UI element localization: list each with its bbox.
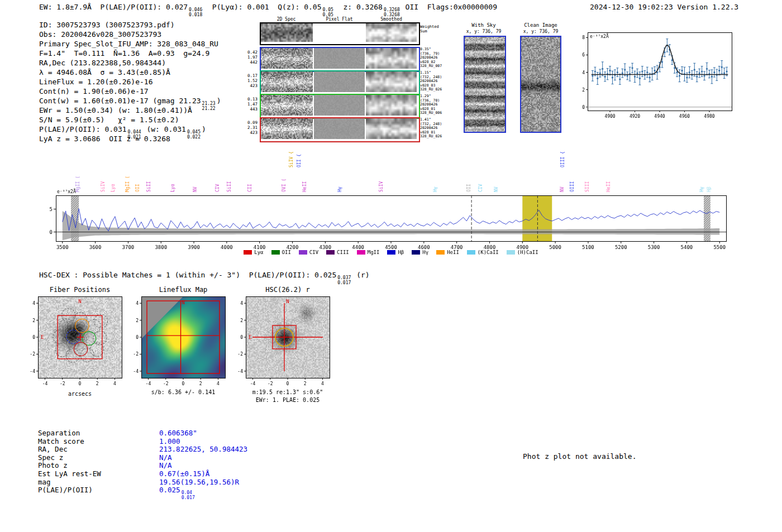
spec2d-smooth-image bbox=[366, 118, 417, 139]
info-line: F=1.4" T=0.111 N̄=1.36 A=0.93 g=24.9 bbox=[39, 49, 221, 58]
meta-value: 328_RU_026 bbox=[420, 88, 449, 92]
stat-value: 0.17 bbox=[242, 73, 258, 78]
spec2d-row-right-meta: 1.29"(736, 70)20200426v028_01328_RU_006 bbox=[420, 94, 449, 116]
text-segment: 0.67(±0.15)Å bbox=[159, 469, 209, 478]
report-timestamp-version: 2024-12-30 19:02:23 Version 1.22.3 bbox=[590, 2, 738, 12]
header-summary-line: EW: 1.8±7.9Å P(LAE)/P(OII): 0.0270.0460.… bbox=[39, 2, 497, 18]
stat-value: 443 bbox=[242, 107, 258, 112]
hsc-caption-morphology: m:19.5 re:1.3" s:0.6" bbox=[237, 389, 338, 395]
stat-value: 0.09 bbox=[242, 120, 258, 125]
stat-value: 442 bbox=[242, 60, 258, 65]
spec2d-row-right-meta: 1.41"(732, 248)20200426v028_01328_RU_026 bbox=[420, 118, 449, 139]
legend-item: (H)CaII bbox=[507, 250, 538, 255]
spec2d-col-header-smoothed: Smoothed bbox=[365, 17, 418, 22]
info-line: S/N = 5.9(±0.5) χ² = 1.5(±0.2) bbox=[39, 115, 221, 124]
stacked-uncertainty: 0.0450.022 bbox=[187, 130, 201, 140]
match-field-label: Photo z bbox=[38, 462, 159, 470]
match-table-row: Match score1.000 bbox=[38, 438, 247, 446]
legend-label: CIII bbox=[337, 250, 349, 255]
text-segment: OII Flags:0x00000009 bbox=[401, 3, 497, 11]
text-segment: N/A bbox=[159, 453, 172, 462]
lineflux-caption: s/b: 6.36 +/- 0.141 bbox=[133, 389, 233, 395]
lineflux-map-plot bbox=[127, 294, 231, 390]
match-field-label: Spec z bbox=[38, 454, 159, 462]
legend-swatch bbox=[244, 250, 252, 255]
legend-swatch bbox=[326, 250, 335, 255]
match-field-value: 1.000 bbox=[159, 437, 180, 445]
match-field-label: Separation bbox=[38, 429, 159, 438]
info-line: EWr = 1.50(±0.34) (w: 1.80(±0.41))Å bbox=[39, 106, 221, 115]
spec2d-col-header-2dspec: 2D Spec bbox=[260, 17, 313, 22]
spec2d-row-left-stats: 0.131.47443 bbox=[242, 97, 258, 112]
text-segment: 0.606368" bbox=[159, 429, 197, 437]
fiber-positions-plot bbox=[23, 294, 127, 390]
text-segment: RA,Dec (213.822388,50.984344) bbox=[39, 59, 166, 67]
text-segment: (w: 0.031 bbox=[142, 125, 186, 133]
info-line: Obs: 20200426v028_3007523793 bbox=[39, 30, 221, 39]
stacked-uncertainty: 0.0460.018 bbox=[189, 8, 202, 18]
spec2d-2d-image bbox=[261, 118, 313, 139]
text-segment: ID: 3007523793 (3007523793.pdf) bbox=[39, 21, 175, 29]
legend-swatch bbox=[467, 250, 475, 255]
uncertainty-value: 0.022 bbox=[187, 135, 201, 140]
text-segment: ) bbox=[202, 125, 206, 133]
stat-value: 2.31 bbox=[242, 125, 258, 130]
info-line: Primary Spec_Slot_IFU_AMP: 328_083_048_R… bbox=[39, 39, 221, 49]
legend-item: Lyα bbox=[244, 250, 263, 255]
legend-label: Hγ bbox=[422, 250, 428, 255]
text-segment: HSC-DEX : Possible Matches = 1 (within +… bbox=[39, 271, 336, 279]
text-segment: Primary Spec_Slot_IFU_AMP: 328_083_048_R… bbox=[39, 40, 218, 48]
spec2d-2d-image bbox=[261, 95, 313, 116]
uncertainty-value: 21.22 bbox=[202, 107, 216, 112]
spec2d-smooth-image bbox=[366, 95, 417, 116]
uncertainty-value: 0.017 bbox=[182, 496, 195, 501]
stacked-uncertainty: 21.2321.22 bbox=[202, 102, 216, 112]
clean-image bbox=[520, 36, 561, 133]
withsky-coords: x, y: 736, 79 bbox=[458, 29, 509, 34]
match-field-label: P(LAE)/P(OII) bbox=[38, 486, 159, 495]
full-spectrum-plot bbox=[45, 148, 737, 251]
spec2d-col-header-pixelflat: Pixel Flat bbox=[313, 17, 366, 22]
legend-swatch bbox=[271, 250, 280, 255]
detection-info-block: ID: 3007523793 (3007523793.pdf)Obs: 2020… bbox=[39, 20, 221, 143]
match-field-label: mag bbox=[38, 478, 159, 487]
match-field-value: 0.67(±0.15)Å bbox=[159, 469, 209, 478]
spec2d-fiber-row bbox=[260, 70, 420, 95]
spec2d-fiber-row bbox=[260, 47, 420, 72]
match-table-row: Spec zN/A bbox=[38, 454, 247, 462]
spec2d-flat-image bbox=[314, 71, 365, 92]
spec2d-row-left-stats: 0.171.52423 bbox=[242, 73, 258, 88]
match-field-label: Est LyA rest-EW bbox=[38, 470, 159, 478]
meta-value: 328_RU_026 bbox=[420, 135, 449, 139]
spec2d-smooth-image bbox=[366, 71, 417, 92]
legend-swatch bbox=[436, 250, 445, 255]
stat-value: 1.97 bbox=[242, 55, 258, 60]
text-segment: Cont(n) = 1.90(±0.06)e-17 bbox=[39, 87, 149, 95]
spec2d-row-left-stats: 0.421.97442 bbox=[242, 50, 258, 65]
text-segment: S/N = 5.9(±0.5) χ² = 1.5(±0.2) bbox=[39, 116, 179, 124]
stat-value: 1.47 bbox=[242, 102, 258, 107]
uncertainty-value: 0.017 bbox=[337, 281, 351, 286]
hsc-caption-ewr-plae: EWr: 1. PLAE: 0.025 bbox=[237, 397, 338, 403]
text-segment: LineFlux = 1.20(±0.26)e-16 bbox=[39, 78, 153, 86]
legend-item: MgII bbox=[357, 250, 380, 255]
weighted-sum-label: Weighted Sum bbox=[420, 25, 447, 33]
match-table-row: Separation0.606368" bbox=[38, 429, 247, 438]
text-segment: P(Lyα): 0.001 Q(z): 0.05 bbox=[203, 3, 321, 11]
match-field-value: 0.606368" bbox=[159, 429, 197, 437]
legend-label: (H)CaII bbox=[517, 250, 538, 255]
stat-value: 0.42 bbox=[242, 50, 258, 55]
spec2d-2d-image bbox=[261, 48, 313, 69]
text-segment: ) bbox=[217, 97, 221, 105]
legend-swatch bbox=[412, 250, 420, 255]
legend-label: Lyα bbox=[254, 250, 263, 255]
spec2d-fiber-row bbox=[260, 117, 420, 142]
spec2d-flat-image bbox=[314, 118, 365, 139]
legend-item: OII bbox=[271, 250, 291, 255]
hsc-cutout-title: HSC(26.2) r bbox=[243, 286, 332, 294]
fiber-positions-title: Fiber Positions bbox=[35, 286, 125, 294]
text-segment: 1.000 bbox=[159, 437, 180, 445]
clean-coords: x, y: 736, 79 bbox=[515, 29, 566, 34]
legend-swatch bbox=[299, 250, 307, 255]
withsky-title: With Sky bbox=[458, 22, 509, 28]
